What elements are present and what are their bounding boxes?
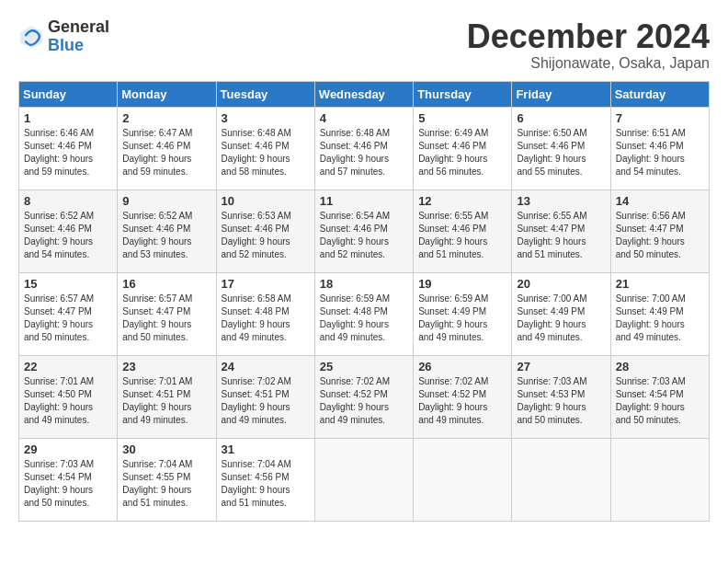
cell-content: Sunrise: 7:03 AMSunset: 4:54 PMDaylight:…: [24, 459, 94, 508]
day-number: 2: [122, 111, 210, 125]
calendar-cell: 19Sunrise: 6:59 AMSunset: 4:49 PMDayligh…: [414, 272, 512, 355]
day-number: 23: [122, 360, 210, 373]
calendar-cell: 11Sunrise: 6:54 AMSunset: 4:46 PMDayligh…: [314, 190, 413, 272]
calendar-cell: 10Sunrise: 6:53 AMSunset: 4:46 PMDayligh…: [216, 190, 314, 272]
title-block: December 2024 Shijonawate, Osaka, Japan: [467, 18, 710, 72]
calendar-cell: 27Sunrise: 7:03 AMSunset: 4:53 PMDayligh…: [512, 355, 610, 438]
cell-content: Sunrise: 7:01 AMSunset: 4:51 PMDaylight:…: [122, 376, 192, 425]
day-number: 14: [616, 194, 704, 208]
day-number: 7: [616, 111, 704, 125]
day-number: 16: [122, 277, 210, 291]
calendar-cell: 1Sunrise: 6:46 AMSunset: 4:46 PMDaylight…: [19, 107, 118, 190]
week-row-5: 29Sunrise: 7:03 AMSunset: 4:54 PMDayligh…: [19, 438, 710, 521]
cell-content: Sunrise: 7:03 AMSunset: 4:53 PMDaylight:…: [517, 376, 586, 425]
cell-content: Sunrise: 7:04 AMSunset: 4:56 PMDaylight:…: [222, 459, 291, 508]
header-tuesday: Tuesday: [216, 81, 314, 107]
header-sunday: Sunday: [19, 81, 118, 107]
cell-content: Sunrise: 6:54 AMSunset: 4:46 PMDaylight:…: [320, 211, 390, 259]
day-number: 18: [320, 277, 408, 291]
cell-content: Sunrise: 7:00 AMSunset: 4:49 PMDaylight:…: [616, 293, 686, 342]
day-number: 19: [418, 277, 506, 291]
day-number: 28: [616, 360, 704, 373]
calendar-cell: 14Sunrise: 6:56 AMSunset: 4:47 PMDayligh…: [610, 190, 709, 272]
header-friday: Friday: [512, 81, 610, 107]
calendar-cell: 16Sunrise: 6:57 AMSunset: 4:47 PMDayligh…: [118, 272, 216, 355]
day-number: 10: [222, 194, 310, 208]
calendar-cell: 5Sunrise: 6:49 AMSunset: 4:46 PMDaylight…: [414, 107, 512, 190]
day-number: 21: [616, 277, 704, 291]
cell-content: Sunrise: 7:02 AMSunset: 4:52 PMDaylight:…: [418, 376, 488, 425]
calendar-cell: [610, 438, 709, 521]
calendar-cell: 17Sunrise: 6:58 AMSunset: 4:48 PMDayligh…: [216, 272, 314, 355]
cell-content: Sunrise: 7:02 AMSunset: 4:52 PMDaylight:…: [320, 376, 390, 425]
calendar-cell: 2Sunrise: 6:47 AMSunset: 4:46 PMDaylight…: [118, 107, 216, 190]
calendar-cell: 31Sunrise: 7:04 AMSunset: 4:56 PMDayligh…: [216, 438, 314, 521]
calendar-cell: 4Sunrise: 6:48 AMSunset: 4:46 PMDaylight…: [314, 107, 413, 190]
calendar-cell: 24Sunrise: 7:02 AMSunset: 4:51 PMDayligh…: [216, 355, 314, 438]
week-row-3: 15Sunrise: 6:57 AMSunset: 4:47 PMDayligh…: [19, 272, 710, 355]
calendar-cell: 8Sunrise: 6:52 AMSunset: 4:46 PMDaylight…: [19, 190, 118, 272]
day-number: 6: [517, 111, 605, 125]
calendar-cell: 23Sunrise: 7:01 AMSunset: 4:51 PMDayligh…: [118, 355, 216, 438]
logo-blue: Blue: [48, 37, 109, 55]
calendar-cell: 15Sunrise: 6:57 AMSunset: 4:47 PMDayligh…: [19, 272, 118, 355]
cell-content: Sunrise: 7:04 AMSunset: 4:55 PMDaylight:…: [122, 459, 192, 508]
day-number: 24: [222, 360, 310, 373]
calendar-cell: 22Sunrise: 7:01 AMSunset: 4:50 PMDayligh…: [19, 355, 118, 438]
calendar-cell: 18Sunrise: 6:59 AMSunset: 4:48 PMDayligh…: [314, 272, 413, 355]
page-header: General Blue December 2024 Shijonawate, …: [18, 18, 710, 72]
calendar-cell: [512, 438, 610, 521]
calendar-cell: 6Sunrise: 6:50 AMSunset: 4:46 PMDaylight…: [512, 107, 610, 190]
day-number: 1: [24, 111, 112, 125]
calendar-cell: 3Sunrise: 6:48 AMSunset: 4:46 PMDaylight…: [216, 107, 314, 190]
cell-content: Sunrise: 7:03 AMSunset: 4:54 PMDaylight:…: [616, 376, 686, 425]
cell-content: Sunrise: 6:46 AMSunset: 4:46 PMDaylight:…: [24, 128, 94, 177]
cell-content: Sunrise: 6:47 AMSunset: 4:46 PMDaylight:…: [122, 128, 192, 177]
day-number: 11: [320, 194, 408, 208]
cell-content: Sunrise: 6:49 AMSunset: 4:46 PMDaylight:…: [418, 128, 488, 177]
day-number: 31: [222, 442, 310, 456]
location: Shijonawate, Osaka, Japan: [467, 55, 710, 72]
calendar-cell: 12Sunrise: 6:55 AMSunset: 4:46 PMDayligh…: [414, 190, 512, 272]
calendar-table: SundayMondayTuesdayWednesdayThursdayFrid…: [18, 81, 710, 522]
calendar-cell: [414, 438, 512, 521]
day-number: 26: [418, 360, 506, 373]
day-number: 25: [320, 360, 408, 373]
header-wednesday: Wednesday: [314, 81, 413, 107]
day-number: 8: [24, 194, 112, 208]
day-number: 12: [418, 194, 506, 208]
day-number: 20: [517, 277, 605, 291]
calendar-cell: 20Sunrise: 7:00 AMSunset: 4:49 PMDayligh…: [512, 272, 610, 355]
calendar-cell: 7Sunrise: 6:51 AMSunset: 4:46 PMDaylight…: [610, 107, 709, 190]
calendar-cell: [314, 438, 413, 521]
calendar-cell: 13Sunrise: 6:55 AMSunset: 4:47 PMDayligh…: [512, 190, 610, 272]
week-row-1: 1Sunrise: 6:46 AMSunset: 4:46 PMDaylight…: [19, 107, 710, 190]
cell-content: Sunrise: 6:52 AMSunset: 4:46 PMDaylight:…: [24, 211, 94, 259]
header-thursday: Thursday: [414, 81, 512, 107]
calendar-cell: 30Sunrise: 7:04 AMSunset: 4:55 PMDayligh…: [118, 438, 216, 521]
calendar-cell: 21Sunrise: 7:00 AMSunset: 4:49 PMDayligh…: [610, 272, 709, 355]
day-number: 22: [24, 360, 112, 373]
cell-content: Sunrise: 6:50 AMSunset: 4:46 PMDaylight:…: [517, 128, 586, 177]
cell-content: Sunrise: 6:59 AMSunset: 4:49 PMDaylight:…: [418, 293, 488, 342]
cell-content: Sunrise: 6:58 AMSunset: 4:48 PMDaylight:…: [222, 293, 291, 342]
header-row: SundayMondayTuesdayWednesdayThursdayFrid…: [19, 81, 710, 107]
cell-content: Sunrise: 7:01 AMSunset: 4:50 PMDaylight:…: [24, 376, 94, 425]
day-number: 9: [122, 194, 210, 208]
header-saturday: Saturday: [610, 81, 709, 107]
week-row-4: 22Sunrise: 7:01 AMSunset: 4:50 PMDayligh…: [19, 355, 710, 438]
cell-content: Sunrise: 6:53 AMSunset: 4:46 PMDaylight:…: [222, 211, 291, 259]
cell-content: Sunrise: 6:56 AMSunset: 4:47 PMDaylight:…: [616, 211, 686, 259]
day-number: 17: [222, 277, 310, 291]
day-number: 13: [517, 194, 605, 208]
header-monday: Monday: [118, 81, 216, 107]
day-number: 15: [24, 277, 112, 291]
cell-content: Sunrise: 6:57 AMSunset: 4:47 PMDaylight:…: [122, 293, 192, 342]
logo-text: General Blue: [48, 18, 109, 55]
day-number: 5: [418, 111, 506, 125]
day-number: 3: [222, 111, 310, 125]
week-row-2: 8Sunrise: 6:52 AMSunset: 4:46 PMDaylight…: [19, 190, 710, 272]
calendar-cell: 25Sunrise: 7:02 AMSunset: 4:52 PMDayligh…: [314, 355, 413, 438]
calendar-cell: 29Sunrise: 7:03 AMSunset: 4:54 PMDayligh…: [19, 438, 118, 521]
cell-content: Sunrise: 6:52 AMSunset: 4:46 PMDaylight:…: [122, 211, 192, 259]
